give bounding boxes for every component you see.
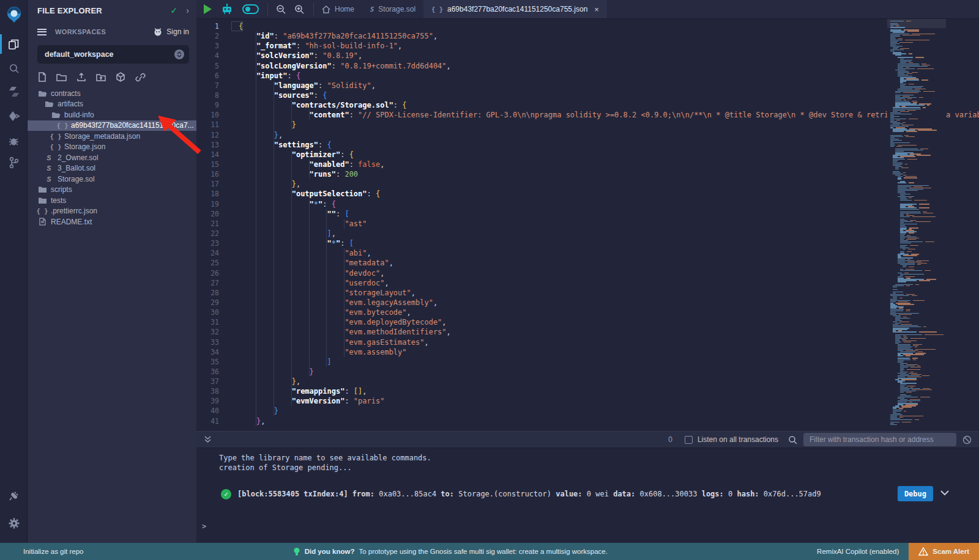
search-rail-icon[interactable] xyxy=(0,57,28,79)
solidity-compiler-rail-icon[interactable] xyxy=(0,81,28,103)
tree-item--prettierrc-json[interactable]: { }.prettierrc.json xyxy=(28,206,196,217)
tree-item-storage-sol[interactable]: SStorage.sol xyxy=(28,174,196,185)
tree-item-storage-metadata-json[interactable]: { }Storage_metadata.json xyxy=(28,131,196,142)
close-tab-icon[interactable]: × xyxy=(594,5,599,14)
line-number: 37 xyxy=(196,377,231,386)
panel-header: FILE EXPLORER ✓ › xyxy=(28,0,196,21)
code-line-38: 38"remappings": [], xyxy=(196,386,979,396)
tab-storage-sol[interactable]: S Storage.sol xyxy=(362,0,423,18)
git-rail-icon[interactable] xyxy=(0,152,28,174)
deploy-run-rail-icon[interactable] xyxy=(0,105,28,127)
tree-item-tests[interactable]: tests xyxy=(28,195,196,206)
workspace-name: default_workspace xyxy=(45,50,174,59)
copilot-toggle[interactable] xyxy=(242,4,259,14)
debugger-rail-icon[interactable] xyxy=(0,130,28,152)
tree-item-label: a69b43f277ba20fcac141151250ca7... xyxy=(71,121,194,130)
tree-item-label: 2_Owner.sol xyxy=(58,153,99,162)
folder-icon xyxy=(37,186,47,193)
editor-tabbar: Home S Storage.sol { } a69b43f277ba20fca… xyxy=(196,0,979,19)
transaction-count: 0 xyxy=(668,435,672,444)
terminal-prompt[interactable]: > xyxy=(196,521,979,531)
line-number: 19 xyxy=(196,199,231,209)
line-number: 35 xyxy=(196,357,231,367)
remix-logo[interactable] xyxy=(0,2,28,27)
clear-console-icon[interactable] xyxy=(962,435,972,444)
code-line-16: 16"runs": 200 xyxy=(196,169,979,179)
tree-item-build-info[interactable]: build-info xyxy=(28,109,196,120)
line-number: 33 xyxy=(196,337,231,347)
tree-item-storage-json[interactable]: { }Storage.json xyxy=(28,142,196,153)
tree-item-3-ballot-sol[interactable]: S3_Ballot.sol xyxy=(28,163,196,174)
code-line-40: 40} xyxy=(196,406,979,416)
new-file-icon[interactable] xyxy=(38,72,47,82)
terminal-log-line: Type the library name to see available c… xyxy=(196,448,979,463)
line-number: 2 xyxy=(196,31,231,41)
code-line-13: 13"settings": { xyxy=(196,140,979,150)
code-line-3: 3"_format": "hh-sol-build-info-1", xyxy=(196,41,979,51)
tree-item-label: artifacts xyxy=(58,100,83,108)
scam-alert-badge[interactable]: Scam Alert xyxy=(909,543,979,560)
did-you-know-tip: Did you know? To prototype using the Gno… xyxy=(293,547,608,556)
tab-home[interactable]: Home xyxy=(314,0,362,18)
terminal-body[interactable]: Type the library name to see available c… xyxy=(196,448,979,531)
zoom-in-icon[interactable] xyxy=(294,4,305,15)
folder-icon xyxy=(37,197,47,204)
tree-item-scripts[interactable]: scripts xyxy=(28,185,196,196)
ai-copilot-robot-icon[interactable] xyxy=(220,3,234,15)
listen-all-label: Listen on all transactions xyxy=(698,435,778,444)
code-line-26: 26"devdoc", xyxy=(196,268,979,278)
workspace-select[interactable]: default_workspace xyxy=(37,45,189,64)
line-number: 14 xyxy=(196,150,231,160)
ipfs-cube-icon[interactable] xyxy=(116,72,125,82)
line-number: 36 xyxy=(196,367,231,377)
listen-all-checkbox[interactable] xyxy=(685,436,693,444)
solidity-file-icon: S xyxy=(44,164,54,172)
chevron-right-icon[interactable]: › xyxy=(186,6,189,15)
line-number: 29 xyxy=(196,298,231,308)
tree-item-artifacts[interactable]: artifacts xyxy=(28,99,196,110)
zoom-out-icon[interactable] xyxy=(275,4,286,15)
tree-item-contracts[interactable]: contracts xyxy=(28,88,196,99)
new-folder-icon[interactable] xyxy=(56,73,67,81)
code-line-10: 10"content": "// SPDX-License-Identifier… xyxy=(196,110,979,120)
debug-button[interactable]: Debug xyxy=(898,486,933,501)
line-number: 32 xyxy=(196,327,231,337)
settings-gear-rail-icon[interactable] xyxy=(0,512,28,534)
code-editor[interactable]: 1{2"id": "a69b43f277ba20fcac141151250ca7… xyxy=(196,19,979,431)
copilot-status[interactable]: RemixAI Copilot (enabled) xyxy=(817,548,899,555)
code-line-14: 14"optimizer": { xyxy=(196,150,979,160)
file-explorer-rail-icon[interactable] xyxy=(0,33,28,55)
tree-item-a69b43f277ba20fcac141151250ca7-[interactable]: { }a69b43f277ba20fcac141151250ca7... xyxy=(28,120,196,131)
editor-region: Home S Storage.sol { } a69b43f277ba20fca… xyxy=(196,0,979,543)
tree-item-2-owner-sol[interactable]: S2_Owner.sol xyxy=(28,152,196,163)
minimap[interactable] xyxy=(887,19,946,431)
expand-transaction-icon[interactable] xyxy=(940,489,950,496)
line-number: 6 xyxy=(196,71,231,81)
transaction-filter-input[interactable] xyxy=(803,433,956,446)
tree-item-label: README.txt xyxy=(51,218,92,226)
transaction-row[interactable]: ✓ [block:5583405 txIndex:4] from: 0xa03.… xyxy=(196,486,979,502)
line-number: 15 xyxy=(196,160,231,169)
line-number: 17 xyxy=(196,179,231,189)
tree-item-label: Storage.json xyxy=(64,142,105,151)
tree-item-label: tests xyxy=(51,196,66,205)
upload-folder-icon[interactable] xyxy=(96,73,106,82)
line-number: 10 xyxy=(196,110,231,120)
line-number: 38 xyxy=(196,386,231,396)
run-script-button[interactable] xyxy=(204,4,212,14)
workspace-menu-icon[interactable] xyxy=(37,29,47,35)
github-sign-in[interactable]: Sign in xyxy=(153,28,189,36)
line-number: 40 xyxy=(196,406,231,416)
link-icon[interactable] xyxy=(135,73,146,82)
tab-build-info-json[interactable]: { } a69b43f277ba20fcac141151250ca755.jso… xyxy=(423,0,607,18)
tree-item-readme-txt[interactable]: README.txt xyxy=(28,216,196,227)
upload-file-icon[interactable] xyxy=(76,72,86,82)
folder-open-icon xyxy=(51,111,61,119)
collapse-terminal-icon[interactable] xyxy=(204,435,212,444)
plugin-manager-rail-icon[interactable] xyxy=(0,485,28,507)
terminal: 0 Listen on all transactions Type the li… xyxy=(196,431,979,543)
line-number: 25 xyxy=(196,258,231,268)
line-number: 8 xyxy=(196,90,231,100)
line-number: 30 xyxy=(196,308,231,317)
git-init-action[interactable]: Initialize as git repo xyxy=(23,548,83,555)
